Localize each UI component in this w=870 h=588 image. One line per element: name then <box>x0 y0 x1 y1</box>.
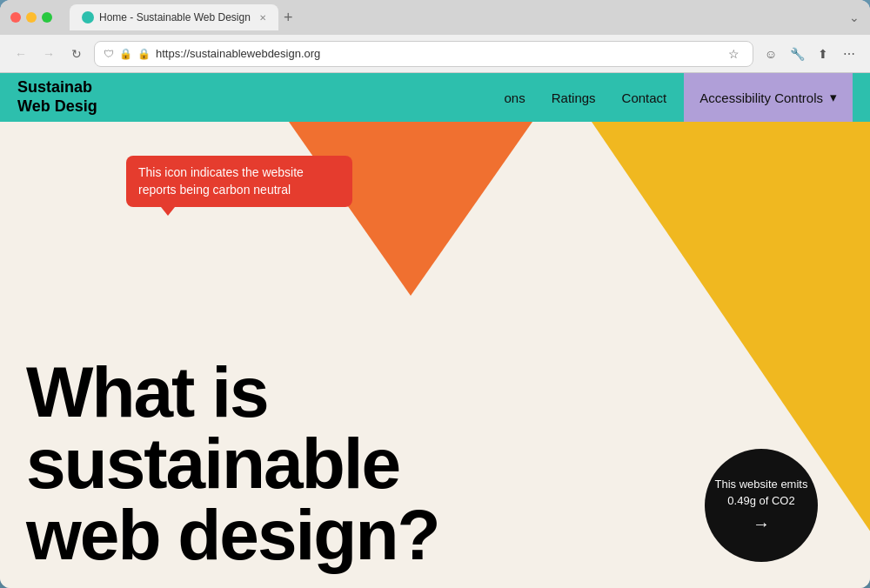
lock-icon: 🔒 <box>119 48 132 60</box>
chevron-down-icon: ▾ <box>830 90 837 105</box>
nav-link-ratings[interactable]: Ratings <box>552 90 596 105</box>
tooltip-container: This icon indicates the website reports … <box>126 156 352 207</box>
site-nav: Sustainab Web Desig ons Ratings Contact … <box>0 73 870 122</box>
co2-badge[interactable]: This website emits 0.49g of CO2 → <box>705 449 818 562</box>
accessibility-controls-button[interactable]: Accessibility Controls ▾ <box>684 73 853 122</box>
close-button[interactable] <box>10 12 21 23</box>
nav-links: ons Ratings Contact <box>505 90 667 105</box>
nav-link-contact[interactable]: Contact <box>622 90 667 105</box>
new-tab-button[interactable]: + <box>284 10 293 25</box>
more-tabs-icon[interactable]: ⌄ <box>849 10 860 24</box>
traffic-lights <box>10 12 52 23</box>
nav-link-ons[interactable]: ons <box>505 90 525 105</box>
hero-title: What is sustainable web design? <box>26 357 439 571</box>
toolbar-actions: ☺ 🔧 ⬆ ⋯ <box>760 43 860 64</box>
shield-icon: 🛡 <box>104 48 114 60</box>
tab-bar: Home - Sustainable Web Design ✕ + ⌄ <box>70 4 860 30</box>
browser-window: Home - Sustainable Web Design ✕ + ⌄ ← → … <box>0 0 870 588</box>
orange-decoration <box>289 122 532 296</box>
bookmark-icon[interactable]: ☆ <box>723 43 744 64</box>
back-button[interactable]: ← <box>10 43 31 64</box>
forward-button[interactable]: → <box>38 43 59 64</box>
hero-text: What is sustainable web design? <box>26 357 439 571</box>
tab-favicon <box>82 11 94 23</box>
co2-arrow-icon[interactable]: → <box>753 514 770 534</box>
hero-title-line2: sustainable <box>26 428 439 499</box>
co2-text: This website emits 0.49g of CO2 <box>705 477 818 508</box>
browser-toolbar: ← → ↻ 🛡 🔒 🔒 https://sustainablewebdesign… <box>0 35 870 73</box>
active-tab[interactable]: Home - Sustainable Web Design ✕ <box>70 4 278 30</box>
share-icon[interactable]: ⬆ <box>813 43 833 64</box>
tooltip-box: This icon indicates the website reports … <box>126 156 352 207</box>
site-logo: Sustainab Web Desig <box>17 78 122 116</box>
browser-titlebar: Home - Sustainable Web Design ✕ + ⌄ <box>0 0 870 35</box>
url-display[interactable]: https://sustainablewebdesign.org <box>156 47 718 60</box>
hero-title-line1: What is <box>26 357 439 428</box>
address-bar[interactable]: 🛡 🔒 🔒 https://sustainablewebdesign.org ☆ <box>94 41 753 67</box>
extensions-icon[interactable]: 🔧 <box>786 43 807 64</box>
menu-icon[interactable]: ⋯ <box>839 43 860 64</box>
tab-label: Home - Sustainable Web Design <box>99 11 251 23</box>
logo-line1: Sustainab <box>17 78 92 96</box>
shield2-icon: 🔒 <box>137 48 151 60</box>
reload-button[interactable]: ↻ <box>66 43 87 64</box>
maximize-button[interactable] <box>42 12 52 23</box>
hero-title-line3: web design? <box>26 499 439 571</box>
website-content: This icon indicates the website reports … <box>0 73 870 588</box>
minimize-button[interactable] <box>26 12 37 23</box>
logo-line2: Web Desig <box>17 97 97 115</box>
tab-close-icon[interactable]: ✕ <box>259 13 266 23</box>
tooltip-text: This icon indicates the website reports … <box>138 165 304 197</box>
profile-icon[interactable]: ☺ <box>760 43 781 64</box>
accessibility-btn-label: Accessibility Controls <box>699 90 823 105</box>
